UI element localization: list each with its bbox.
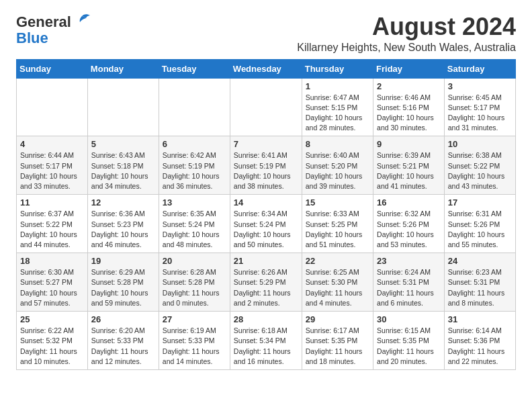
header-saturday: Saturday xyxy=(444,59,515,78)
calendar-cell: 21Sunrise: 6:26 AM Sunset: 5:29 PM Dayli… xyxy=(230,253,302,312)
day-number: 30 xyxy=(377,314,441,324)
day-number: 13 xyxy=(163,197,226,208)
day-info: Sunrise: 6:15 AM Sunset: 5:35 PM Dayligh… xyxy=(377,326,441,367)
week-row-1: 1Sunrise: 6:47 AM Sunset: 5:15 PM Daylig… xyxy=(17,78,516,136)
day-info: Sunrise: 6:40 AM Sunset: 5:20 PM Dayligh… xyxy=(306,150,369,191)
day-number: 12 xyxy=(91,197,155,208)
day-info: Sunrise: 6:39 AM Sunset: 5:21 PM Dayligh… xyxy=(377,150,441,191)
calendar-cell: 20Sunrise: 6:28 AM Sunset: 5:28 PM Dayli… xyxy=(159,253,230,312)
day-number: 20 xyxy=(163,256,226,266)
day-number: 10 xyxy=(448,139,512,149)
calendar-cell: 13Sunrise: 6:35 AM Sunset: 5:24 PM Dayli… xyxy=(159,195,230,253)
day-info: Sunrise: 6:28 AM Sunset: 5:28 PM Dayligh… xyxy=(163,267,226,308)
month-year-title: August 2024 xyxy=(297,13,516,40)
day-number: 14 xyxy=(234,197,298,208)
calendar-cell: 31Sunrise: 6:14 AM Sunset: 5:36 PM Dayli… xyxy=(444,312,515,370)
page-header: General Blue August 2024 Killarney Heigh… xyxy=(16,13,516,54)
day-number: 19 xyxy=(91,256,155,266)
day-info: Sunrise: 6:37 AM Sunset: 5:22 PM Dayligh… xyxy=(20,209,84,250)
day-info: Sunrise: 6:22 AM Sunset: 5:32 PM Dayligh… xyxy=(20,326,84,367)
day-number: 21 xyxy=(234,256,298,266)
day-info: Sunrise: 6:24 AM Sunset: 5:31 PM Dayligh… xyxy=(377,267,441,308)
day-info: Sunrise: 6:45 AM Sunset: 5:17 PM Dayligh… xyxy=(448,93,512,134)
calendar-cell: 19Sunrise: 6:29 AM Sunset: 5:28 PM Dayli… xyxy=(87,253,159,312)
calendar-cell: 28Sunrise: 6:18 AM Sunset: 5:34 PM Dayli… xyxy=(230,312,302,370)
week-row-2: 4Sunrise: 6:44 AM Sunset: 5:17 PM Daylig… xyxy=(17,136,516,195)
day-number: 22 xyxy=(306,256,369,266)
calendar-cell: 9Sunrise: 6:39 AM Sunset: 5:21 PM Daylig… xyxy=(373,136,445,195)
calendar-cell: 12Sunrise: 6:36 AM Sunset: 5:23 PM Dayli… xyxy=(87,195,159,253)
calendar-cell: 18Sunrise: 6:30 AM Sunset: 5:27 PM Dayli… xyxy=(17,253,88,312)
calendar-cell: 5Sunrise: 6:43 AM Sunset: 5:18 PM Daylig… xyxy=(87,136,159,195)
calendar-cell xyxy=(230,78,302,136)
calendar-cell: 4Sunrise: 6:44 AM Sunset: 5:17 PM Daylig… xyxy=(17,136,88,195)
day-info: Sunrise: 6:17 AM Sunset: 5:35 PM Dayligh… xyxy=(306,326,369,367)
week-row-3: 11Sunrise: 6:37 AM Sunset: 5:22 PM Dayli… xyxy=(17,195,516,253)
day-number: 18 xyxy=(20,256,84,266)
day-info: Sunrise: 6:31 AM Sunset: 5:26 PM Dayligh… xyxy=(448,209,512,250)
calendar-cell: 3Sunrise: 6:45 AM Sunset: 5:17 PM Daylig… xyxy=(444,78,515,136)
logo-blue-text: Blue xyxy=(16,31,48,46)
calendar-cell: 1Sunrise: 6:47 AM Sunset: 5:15 PM Daylig… xyxy=(302,78,373,136)
calendar-table: SundayMondayTuesdayWednesdayThursdayFrid… xyxy=(16,59,516,370)
header-tuesday: Tuesday xyxy=(159,59,230,78)
day-info: Sunrise: 6:42 AM Sunset: 5:19 PM Dayligh… xyxy=(163,150,226,191)
day-number: 24 xyxy=(448,256,512,266)
day-info: Sunrise: 6:25 AM Sunset: 5:30 PM Dayligh… xyxy=(306,267,369,308)
week-row-4: 18Sunrise: 6:30 AM Sunset: 5:27 PM Dayli… xyxy=(17,253,516,312)
calendar-cell: 29Sunrise: 6:17 AM Sunset: 5:35 PM Dayli… xyxy=(302,312,373,370)
day-info: Sunrise: 6:34 AM Sunset: 5:24 PM Dayligh… xyxy=(234,209,298,250)
day-number: 9 xyxy=(377,139,441,149)
calendar-cell: 25Sunrise: 6:22 AM Sunset: 5:32 PM Dayli… xyxy=(17,312,88,370)
day-number: 4 xyxy=(20,139,84,149)
header-wednesday: Wednesday xyxy=(230,59,302,78)
day-info: Sunrise: 6:47 AM Sunset: 5:15 PM Dayligh… xyxy=(306,93,369,134)
day-number: 25 xyxy=(20,314,84,324)
day-number: 8 xyxy=(306,139,369,149)
logo-bird-icon xyxy=(73,13,91,31)
calendar-cell: 10Sunrise: 6:38 AM Sunset: 5:22 PM Dayli… xyxy=(444,136,515,195)
calendar-cell: 23Sunrise: 6:24 AM Sunset: 5:31 PM Dayli… xyxy=(373,253,445,312)
day-number: 16 xyxy=(377,197,441,208)
calendar-cell: 30Sunrise: 6:15 AM Sunset: 5:35 PM Dayli… xyxy=(373,312,445,370)
calendar-cell: 14Sunrise: 6:34 AM Sunset: 5:24 PM Dayli… xyxy=(230,195,302,253)
calendar-cell: 11Sunrise: 6:37 AM Sunset: 5:22 PM Dayli… xyxy=(17,195,88,253)
day-info: Sunrise: 6:23 AM Sunset: 5:31 PM Dayligh… xyxy=(448,267,512,308)
calendar-cell: 26Sunrise: 6:20 AM Sunset: 5:33 PM Dayli… xyxy=(87,312,159,370)
calendar-cell: 8Sunrise: 6:40 AM Sunset: 5:20 PM Daylig… xyxy=(302,136,373,195)
header-thursday: Thursday xyxy=(302,59,373,78)
header-friday: Friday xyxy=(373,59,445,78)
title-area: August 2024 Killarney Heights, New South… xyxy=(297,13,516,54)
calendar-cell: 22Sunrise: 6:25 AM Sunset: 5:30 PM Dayli… xyxy=(302,253,373,312)
day-info: Sunrise: 6:41 AM Sunset: 5:19 PM Dayligh… xyxy=(234,150,298,191)
day-number: 27 xyxy=(163,314,226,324)
day-number: 26 xyxy=(91,314,155,324)
day-number: 3 xyxy=(448,81,512,91)
calendar-cell: 7Sunrise: 6:41 AM Sunset: 5:19 PM Daylig… xyxy=(230,136,302,195)
calendar-cell: 17Sunrise: 6:31 AM Sunset: 5:26 PM Dayli… xyxy=(444,195,515,253)
header-row: SundayMondayTuesdayWednesdayThursdayFrid… xyxy=(17,59,516,78)
day-number: 31 xyxy=(448,314,512,324)
day-info: Sunrise: 6:46 AM Sunset: 5:16 PM Dayligh… xyxy=(377,93,441,134)
header-sunday: Sunday xyxy=(17,59,88,78)
day-number: 7 xyxy=(234,139,298,149)
day-info: Sunrise: 6:36 AM Sunset: 5:23 PM Dayligh… xyxy=(91,209,155,250)
day-info: Sunrise: 6:43 AM Sunset: 5:18 PM Dayligh… xyxy=(91,150,155,191)
day-number: 28 xyxy=(234,314,298,324)
day-info: Sunrise: 6:35 AM Sunset: 5:24 PM Dayligh… xyxy=(163,209,226,250)
day-info: Sunrise: 6:38 AM Sunset: 5:22 PM Dayligh… xyxy=(448,150,512,191)
calendar-cell: 16Sunrise: 6:32 AM Sunset: 5:26 PM Dayli… xyxy=(373,195,445,253)
day-info: Sunrise: 6:29 AM Sunset: 5:28 PM Dayligh… xyxy=(91,267,155,308)
day-number: 6 xyxy=(163,139,226,149)
day-number: 15 xyxy=(306,197,369,208)
week-row-5: 25Sunrise: 6:22 AM Sunset: 5:32 PM Dayli… xyxy=(17,312,516,370)
day-number: 29 xyxy=(306,314,369,324)
calendar-cell: 15Sunrise: 6:33 AM Sunset: 5:25 PM Dayli… xyxy=(302,195,373,253)
calendar-cell: 2Sunrise: 6:46 AM Sunset: 5:16 PM Daylig… xyxy=(373,78,445,136)
day-info: Sunrise: 6:33 AM Sunset: 5:25 PM Dayligh… xyxy=(306,209,369,250)
location-subtitle: Killarney Heights, New South Wales, Aust… xyxy=(297,42,516,54)
logo-general-text: General xyxy=(16,15,71,30)
calendar-cell xyxy=(159,78,230,136)
header-monday: Monday xyxy=(87,59,159,78)
day-number: 5 xyxy=(91,139,155,149)
